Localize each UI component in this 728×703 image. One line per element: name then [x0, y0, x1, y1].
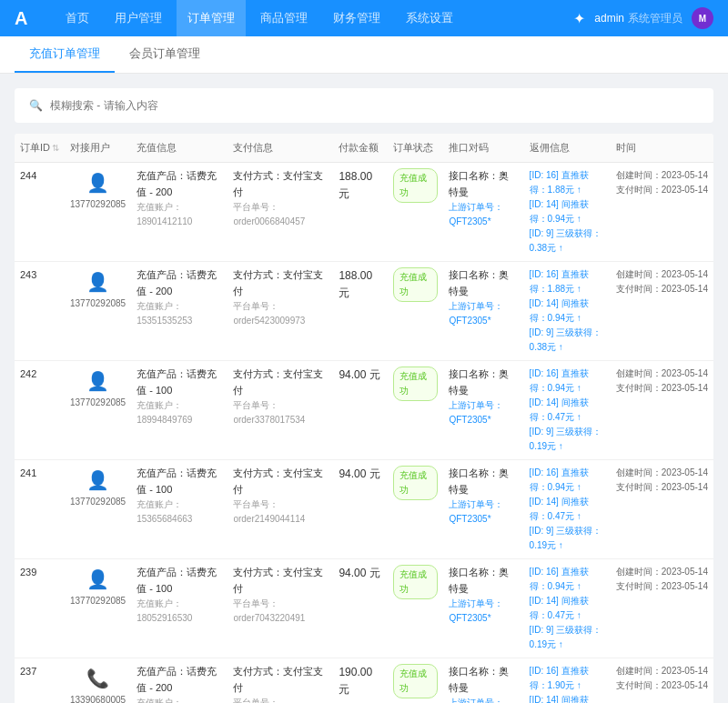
logo: A [15, 8, 27, 29]
cell-order-id: 243 [15, 262, 65, 361]
user-phone: 13770292085 [70, 495, 126, 509]
amount-value: 190.00 元 [339, 666, 372, 696]
channel-order: 上游订单号：QFT2305* [449, 299, 518, 328]
order-id-value: 237 [20, 666, 36, 677]
reward-line: [ID: 16] 直推获得：0.94元 ↑ [530, 466, 605, 495]
product-name: 充值产品：话费充值 - 200 [136, 267, 222, 299]
product-account: 充值账户：15365684663 [136, 497, 222, 527]
amount-value: 188.00 元 [339, 170, 372, 200]
cell-product: 充值产品：话费充值 - 100 充值账户：18994849769 [131, 361, 228, 460]
cell-time: 创建时间：2023-05-14 支付时间：2023-05-14 [611, 163, 713, 262]
cell-order-id: 239 [15, 559, 65, 658]
user-cell: 👤 13770292085 [70, 367, 126, 410]
product-account: 充值账户：18994849769 [136, 398, 222, 427]
cell-user: 👤 13770292085 [65, 559, 131, 658]
nav-finance[interactable]: 财务管理 [322, 0, 391, 36]
product-account: 充值账户：18901412110 [136, 200, 222, 229]
reward-line: [ID: 16] 直推获得：1.88元 ↑ [530, 168, 605, 197]
col-channel: 推口对码 [443, 134, 523, 163]
table-row: 239 👤 13770292085 充值产品：话费充值 - 100 充值账户：1… [15, 559, 713, 658]
cell-channel: 接口名称：奥特曼 上游订单号：QFT2305* [443, 163, 523, 262]
status-badge: 充值成功 [393, 466, 438, 500]
channel-name: 接口名称：奥特曼 [449, 168, 518, 200]
search-input[interactable] [50, 99, 232, 112]
pay-order: 平台单号：order2149044114 [233, 497, 328, 527]
avatar[interactable]: M [692, 7, 713, 29]
reward-line: [ID: 14] 间推获得：0.47元 ↑ [530, 495, 605, 524]
cell-status: 充值成功 [388, 460, 443, 559]
nav-home[interactable]: 首页 [55, 0, 100, 36]
tab-member-orders[interactable]: 会员订单管理 [115, 36, 215, 73]
nav-settings[interactable]: 系统设置 [395, 0, 464, 36]
cell-reward: [ID: 16] 直推获得：0.94元 ↑[ID: 14] 间推获得：0.47元… [524, 559, 611, 658]
orders-table-wrap: 订单ID ⇅ 对接用户 充值信息 支付信息 付款金额 订单状态 推口对码 返佣信… [15, 134, 713, 703]
reward-line: [ID: 9] 三级获得：0.19元 ↑ [530, 524, 605, 553]
pay-order: 平台单号：order1999885130 [233, 696, 328, 703]
cell-order-id: 242 [15, 361, 65, 460]
reward-line: [ID: 16] 直推获得：1.88元 ↑ [530, 267, 605, 296]
order-id-value: 239 [20, 567, 36, 577]
table-row: 241 👤 13770292085 充值产品：话费充值 - 100 充值账户：1… [15, 460, 713, 559]
cell-user: 📞 13390680005 [65, 658, 131, 704]
cell-amount: 94.00 元 [333, 460, 388, 559]
system-label: 系统管理员 [628, 11, 682, 26]
user-cell: 👤 13770292085 [70, 267, 126, 311]
user-avatar-icon: 👤 [70, 367, 126, 396]
cell-user: 👤 13770292085 [65, 163, 131, 262]
pay-time: 支付时间：2023-05-14 [616, 282, 708, 296]
create-time: 创建时间：2023-05-14 [616, 466, 708, 480]
pay-time: 支付时间：2023-05-14 [616, 480, 708, 495]
channel-order: 上游订单号：QFT2305* [449, 497, 518, 527]
pay-order: 平台单号：order7043220491 [233, 597, 328, 626]
cell-channel: 接口名称：奥特曼 上游订单号：QFT2305* [443, 361, 523, 460]
col-order-id[interactable]: 订单ID ⇅ [15, 134, 65, 163]
col-status: 订单状态 [388, 134, 443, 163]
table-row: 242 👤 13770292085 充值产品：话费充值 - 100 充值账户：1… [15, 361, 713, 460]
product-account: 充值账户：15365767108 [136, 696, 222, 703]
cell-user: 👤 13770292085 [65, 361, 131, 460]
product-account: 充值账户：18052916530 [136, 597, 222, 626]
reward-line: [ID: 14] 间推获得：0.47元 ↑ [530, 594, 605, 623]
cell-status: 充值成功 [388, 361, 443, 460]
user-info: admin 系统管理员 [594, 11, 682, 26]
cell-order-id: 237 [15, 658, 65, 704]
order-id-value: 244 [20, 170, 36, 181]
pay-order: 平台单号：order5423009973 [233, 299, 328, 328]
pay-method: 支付方式：支付宝支付 [233, 367, 328, 398]
pay-order: 平台单号：order3378017534 [233, 398, 328, 427]
cell-order-id: 241 [15, 460, 65, 559]
order-id-value: 241 [20, 467, 36, 478]
pay-method: 支付方式：支付宝支付 [233, 664, 328, 696]
amount-value: 94.00 元 [339, 368, 379, 381]
product-account: 充值账户：15351535253 [136, 299, 222, 328]
create-time: 创建时间：2023-05-14 [616, 267, 708, 282]
cell-time: 创建时间：2023-05-14 支付时间：2023-05-14 [611, 658, 713, 704]
channel-order: 上游订单号：QFT2305* [449, 398, 518, 427]
admin-label: admin [594, 12, 624, 25]
cell-amount: 94.00 元 [333, 361, 388, 460]
status-badge: 充值成功 [393, 367, 438, 401]
cell-channel: 接口名称：奥特曼 上游订单号：QFT2305* [443, 559, 523, 658]
cell-status: 充值成功 [388, 559, 443, 658]
cell-pay: 支付方式：支付宝支付 平台单号：order1999885130 [228, 658, 333, 704]
col-reward: 返佣信息 [524, 134, 611, 163]
channel-name: 接口名称：奥特曼 [449, 466, 518, 497]
tab-recharge-orders[interactable]: 充值订单管理 [15, 36, 115, 73]
create-time: 创建时间：2023-05-14 [616, 367, 708, 381]
cell-pay: 支付方式：支付宝支付 平台单号：order5423009973 [228, 262, 333, 361]
col-time: 时间 [611, 134, 713, 163]
create-time: 创建时间：2023-05-14 [616, 168, 708, 183]
search-icon: 🔍 [29, 99, 43, 112]
cell-amount: 188.00 元 [333, 262, 388, 361]
pay-method: 支付方式：支付宝支付 [233, 466, 328, 497]
nav-product[interactable]: 商品管理 [249, 0, 318, 36]
main-content: 🔍 订单ID ⇅ 对接用户 充值信息 支付信息 付款金额 订单状态 推口对码 返… [0, 74, 728, 703]
nav-order[interactable]: 订单管理 [177, 0, 246, 36]
col-amount: 付款金额 [333, 134, 388, 163]
user-avatar-icon: 👤 [70, 466, 126, 495]
orders-table: 订单ID ⇅ 对接用户 充值信息 支付信息 付款金额 订单状态 推口对码 返佣信… [15, 134, 713, 703]
reward-line: [ID: 16] 直推获得：1.90元 ↑ [530, 664, 605, 693]
nav-user[interactable]: 用户管理 [104, 0, 173, 36]
main-nav: 首页 用户管理 订单管理 商品管理 财务管理 系统设置 [55, 0, 555, 36]
cell-amount: 94.00 元 [333, 559, 388, 658]
